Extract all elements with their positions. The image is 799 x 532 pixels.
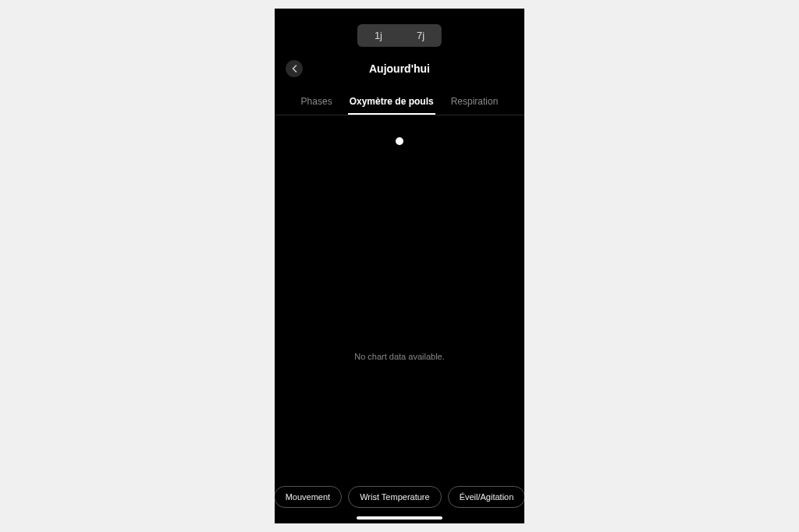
tab-phases[interactable]: Phases [301,91,332,115]
chip-mouvement[interactable]: Mouvement [275,486,342,508]
bottom-chip-row: Mouvement Wrist Temperature Éveil/Agitat… [275,486,524,508]
chip-wrist-temperature[interactable]: Wrist Temperature [348,486,441,508]
no-chart-data-message: No chart data available. [275,352,524,361]
page-title: Aujourd'hui [369,62,430,75]
metric-tabs: Phases Oxymètre de pouls Respiration [275,91,524,115]
home-indicator[interactable] [357,516,442,520]
tab-oxymetre[interactable]: Oxymètre de pouls [350,91,434,115]
chip-eveil-agitation[interactable]: Éveil/Agitation [448,486,524,508]
toggle-7j[interactable]: 7j [400,24,442,47]
toggle-1j[interactable]: 1j [357,24,400,47]
period-toggle: 1j 7j [357,24,442,47]
chevron-left-icon [292,65,297,73]
tab-respiration[interactable]: Respiration [451,91,499,115]
header: Aujourd'hui [275,60,524,77]
back-button[interactable] [286,60,303,77]
loading-dot [396,137,403,145]
phone-screen: 1j 7j Aujourd'hui Phases Oxymètre de pou… [275,9,524,523]
